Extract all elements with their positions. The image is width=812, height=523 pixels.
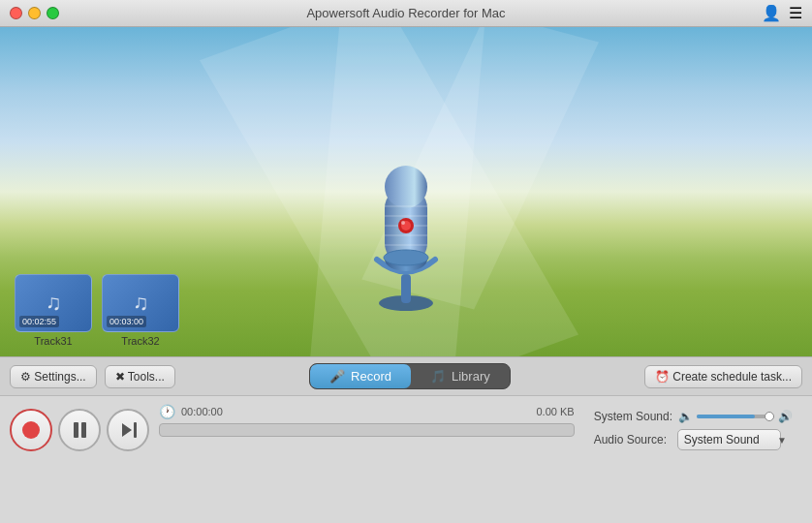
track-thumb-2[interactable]: ♫ 00:03:00 [102, 274, 179, 332]
track-name-1: Track31 [34, 335, 72, 347]
progress-bar[interactable] [159, 423, 575, 437]
volume-control: 🔈 🔊 [678, 410, 793, 423]
svg-point-4 [385, 166, 427, 208]
progress-info: 🕐 00:00:00 0.00 KB [159, 404, 575, 419]
track-note-1: ♫ [46, 291, 62, 316]
schedule-button[interactable]: ⏰ Create schedule task... [644, 365, 802, 388]
track-item-1[interactable]: ♫ 00:02:55 Track31 [15, 274, 92, 347]
titlebar: Apowersoft Audio Recorder for Mac 👤 ☰ [0, 0, 812, 27]
source-select-wrap: System Sound Microphone Both ▼ [677, 429, 793, 450]
window-controls[interactable] [10, 7, 59, 19]
volume-slider[interactable] [697, 415, 774, 418]
menu-icon[interactable]: ☰ [789, 4, 802, 22]
maximize-button[interactable] [47, 7, 59, 19]
svg-point-13 [384, 250, 428, 265]
right-panel: System Sound: 🔈 🔊 Audio Source: System S… [584, 404, 802, 456]
volume-fill [697, 415, 755, 418]
current-time: 00:00:00 [181, 406, 223, 417]
left-toolbar: ⚙ Settings... ✖ Tools... [10, 365, 175, 388]
tab-record[interactable]: 🎤 Record [310, 364, 411, 388]
clock-icon: 🕐 [159, 404, 175, 419]
audio-source-select[interactable]: System Sound Microphone Both [677, 429, 781, 450]
tab-record-label: Record [351, 369, 391, 384]
time-display: 🕐 00:00:00 [159, 404, 223, 419]
bottom-panel: ⚙ Settings... ✖ Tools... 🎤 Record 🎵 Libr… [0, 356, 812, 523]
close-button[interactable] [10, 7, 22, 19]
audio-source-label: Audio Source: [594, 433, 671, 446]
volume-low-icon: 🔈 [678, 410, 693, 423]
settings-button[interactable]: ⚙ Settings... [10, 365, 97, 388]
svg-point-12 [401, 221, 405, 225]
library-tab-icon: 🎵 [430, 369, 446, 384]
tab-library[interactable]: 🎵 Library [411, 364, 510, 388]
progress-section: 🕐 00:00:00 0.00 KB [159, 404, 575, 456]
pause-button[interactable] [58, 409, 101, 451]
record-button[interactable] [10, 409, 52, 451]
play-skip-icon [120, 422, 137, 438]
tab-bar: ⚙ Settings... ✖ Tools... 🎤 Record 🎵 Libr… [0, 357, 812, 396]
microphone-graphic [348, 124, 464, 318]
controls-row: 🕐 00:00:00 0.00 KB System Sound: 🔈 [0, 396, 812, 464]
system-sound-row: System Sound: 🔈 🔊 [594, 410, 793, 423]
main-visual-area: ♫ 00:02:55 Track31 ♫ 00:03:00 Track32 [0, 27, 812, 356]
svg-rect-1 [401, 274, 411, 303]
tab-library-label: Library [452, 369, 490, 384]
track-note-2: ♫ [133, 291, 149, 316]
track-thumb-1[interactable]: ♫ 00:02:55 [15, 274, 92, 332]
minimize-button[interactable] [28, 7, 41, 19]
user-icon[interactable]: 👤 [762, 4, 781, 22]
pause-icon [74, 422, 86, 438]
tracks-area: ♫ 00:02:55 Track31 ♫ 00:03:00 Track32 [15, 274, 179, 347]
track-time-1: 00:02:55 [19, 316, 59, 327]
audio-source-row: Audio Source: System Sound Microphone Bo… [594, 429, 793, 450]
volume-high-icon: 🔊 [778, 410, 793, 423]
titlebar-icons: 👤 ☰ [762, 4, 802, 22]
file-size: 0.00 KB [536, 406, 574, 417]
record-circle-icon [22, 421, 40, 439]
track-name-2: Track32 [121, 335, 159, 347]
track-item-2[interactable]: ♫ 00:03:00 Track32 [102, 274, 179, 347]
track-time-2: 00:03:00 [107, 316, 146, 327]
volume-thumb[interactable] [765, 412, 774, 421]
transport-buttons [10, 404, 149, 456]
system-sound-label: System Sound: [594, 410, 672, 423]
tools-button[interactable]: ✖ Tools... [105, 365, 175, 388]
play-skip-button[interactable] [107, 409, 149, 451]
microphone-tab-icon: 🎤 [329, 369, 345, 384]
window-title: Apowersoft Audio Recorder for Mac [306, 6, 505, 20]
tab-group: 🎤 Record 🎵 Library [309, 363, 511, 389]
